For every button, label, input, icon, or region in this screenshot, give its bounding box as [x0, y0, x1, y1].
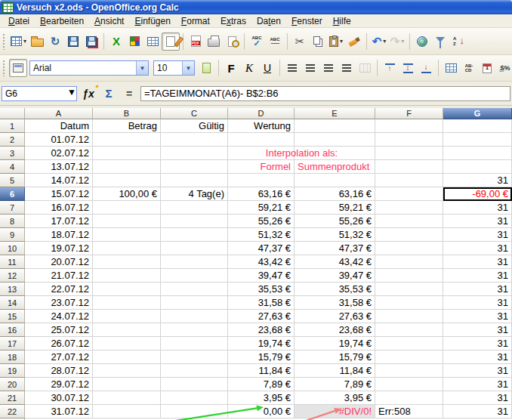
cell-D4[interactable]: Formel [228, 160, 295, 174]
cell-A16[interactable]: 25.07.12 [25, 323, 93, 337]
cell-F15[interactable] [375, 310, 443, 323]
cell-G3[interactable] [443, 147, 512, 160]
cell-A8[interactable]: 17.07.12 [25, 215, 93, 228]
menu-format[interactable]: Format [176, 15, 215, 27]
export-pdf-button[interactable] [187, 32, 205, 51]
cell-E21[interactable]: 3,95 € [295, 391, 375, 405]
row-header-19[interactable]: 19 [0, 364, 25, 378]
print-button[interactable] [205, 32, 223, 51]
cell-C5[interactable] [161, 174, 228, 187]
cell-G1[interactable] [443, 119, 512, 133]
cell-E18[interactable]: 15,79 € [295, 351, 375, 364]
cell-D10[interactable]: 47,37 € [228, 242, 295, 255]
new-document-dropdown-icon[interactable]: ▾ [23, 38, 26, 45]
cell-F13[interactable] [375, 283, 443, 296]
cell-B10[interactable] [93, 242, 161, 255]
cell-B14[interactable] [93, 296, 161, 310]
cell-G13[interactable]: 31 [443, 283, 512, 296]
insert-table-button[interactable] [143, 32, 162, 51]
cell-D21[interactable]: 3,95 € [228, 391, 295, 405]
cell-D18[interactable]: 15,79 € [228, 351, 295, 364]
menu-fenster[interactable]: Fenster [286, 15, 328, 27]
cell-C11[interactable] [161, 255, 228, 269]
align-top-button[interactable]: ↑ [381, 59, 399, 77]
cell-B7[interactable] [93, 201, 161, 215]
cell-E16[interactable]: 23,68 € [295, 323, 375, 337]
undo-button[interactable]: ↶▾ [370, 32, 388, 51]
cell-G15[interactable]: 31 [443, 310, 512, 323]
column-header-F[interactable]: F [375, 108, 443, 119]
cell-B13[interactable] [93, 283, 161, 296]
cell-C22[interactable] [161, 405, 228, 418]
cell-E6[interactable]: 63,16 € [295, 187, 375, 201]
cell-C21[interactable] [161, 391, 228, 405]
cell-E2[interactable] [295, 133, 375, 147]
edit-file-button[interactable] [162, 32, 180, 51]
column-header-B[interactable]: B [93, 108, 161, 119]
menu-hilfe[interactable]: Hilfe [328, 15, 356, 27]
row-header-3[interactable]: 3 [0, 147, 25, 160]
cell-B6[interactable]: 100,00 € [93, 187, 161, 201]
sort-ascending-button[interactable]: ↓ [449, 32, 467, 51]
cell-F18[interactable] [375, 351, 443, 364]
cell-D17[interactable]: 19,74 € [228, 337, 295, 351]
cell-B16[interactable] [93, 323, 161, 337]
row-header-15[interactable]: 15 [0, 310, 25, 323]
number-format-date-button[interactable]: 1 [478, 59, 496, 77]
cell-E7[interactable]: 59,21 € [295, 201, 375, 215]
cell-E22[interactable]: #DIV/0! [295, 405, 375, 418]
cell-C17[interactable] [161, 337, 228, 351]
row-header-4[interactable]: 4 [0, 160, 25, 174]
cell-E17[interactable]: 19,74 € [295, 337, 375, 351]
cell-C1[interactable]: Gültig [161, 119, 228, 133]
cell-B19[interactable] [93, 364, 161, 378]
cell-A2[interactable]: 01.07.12 [25, 133, 93, 147]
cell-B3[interactable] [93, 147, 161, 160]
row-header-1[interactable]: 1 [0, 119, 25, 133]
cell-A18[interactable]: 27.07.12 [25, 351, 93, 364]
cut-button[interactable]: ✂ [291, 32, 309, 51]
cell-A14[interactable]: 23.07.12 [25, 296, 93, 310]
cell-F6[interactable] [375, 187, 443, 201]
cell-B8[interactable] [93, 215, 161, 228]
new-document-button[interactable]: ▾ [9, 32, 28, 51]
cell-B11[interactable] [93, 255, 161, 269]
copy-button[interactable] [309, 32, 327, 51]
cell-D11[interactable]: 43,42 € [228, 255, 295, 269]
cell-F3[interactable] [375, 147, 443, 160]
number-format-standard-button[interactable] [460, 59, 478, 77]
cell-A15[interactable]: 24.07.12 [25, 310, 93, 323]
font-name-combo[interactable]: Arial ▼ [29, 60, 149, 76]
cell-C18[interactable] [161, 351, 228, 364]
redo-dropdown-icon[interactable]: ▾ [401, 38, 404, 45]
cell-D3[interactable]: Interpolation als: [228, 147, 295, 160]
cell-C9[interactable] [161, 228, 228, 242]
cell-F7[interactable] [375, 201, 443, 215]
column-header-A[interactable]: A [25, 108, 93, 119]
reload-button[interactable]: ↻ [46, 32, 64, 51]
cell-G10[interactable]: 31 [443, 242, 512, 255]
cell-F22[interactable]: Err:508 [375, 405, 443, 418]
cell-D19[interactable]: 11,84 € [228, 364, 295, 378]
cell-B1[interactable]: Betrag [93, 119, 161, 133]
cell-G7[interactable]: 31 [443, 201, 512, 215]
select-all-corner[interactable] [0, 108, 25, 119]
cell-C15[interactable] [161, 310, 228, 323]
cell-D5[interactable] [228, 174, 295, 187]
cell-B20[interactable] [93, 378, 161, 391]
cell-G8[interactable]: 31 [443, 215, 512, 228]
cell-G20[interactable]: 31 [443, 378, 512, 391]
row-header-18[interactable]: 18 [0, 351, 25, 364]
cell-B4[interactable] [93, 160, 161, 174]
cell-F8[interactable] [375, 215, 443, 228]
cell-C12[interactable] [161, 269, 228, 283]
align-bottom-button[interactable]: ↓ [417, 59, 435, 77]
cell-F19[interactable] [375, 364, 443, 378]
cell-G5[interactable]: 31 [443, 174, 512, 187]
cell-F4[interactable] [375, 160, 443, 174]
row-header-5[interactable]: 5 [0, 174, 25, 187]
save-as-button[interactable] [82, 32, 100, 51]
cell-D9[interactable]: 51,32 € [228, 228, 295, 242]
toolbar-grip[interactable] [2, 33, 6, 50]
row-header-6[interactable]: 6 [0, 187, 25, 201]
